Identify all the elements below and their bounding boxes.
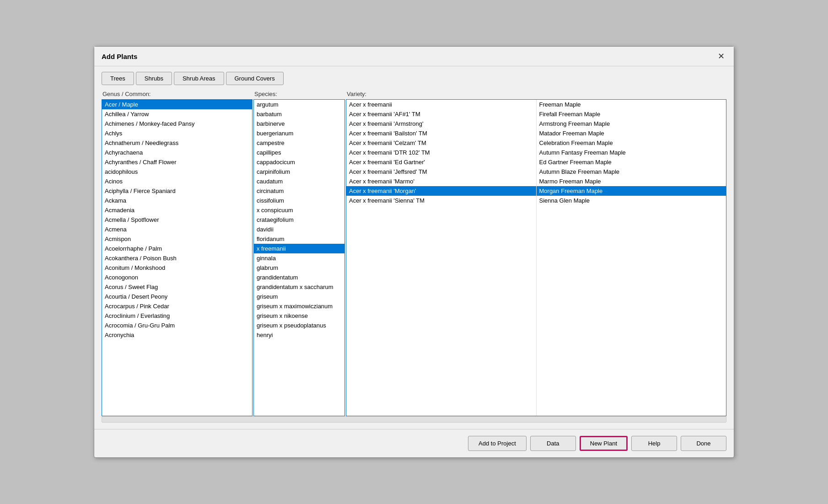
- variety-right-item: Ed Gartner Freeman Maple: [537, 157, 726, 167]
- species-list-item[interactable]: griseum x nikoense: [254, 311, 344, 321]
- variety-right-item: Sienna Glen Maple: [537, 196, 726, 205]
- data-button[interactable]: Data: [530, 436, 576, 451]
- variety-left-col: Acer x freemaniiAcer x freemanii 'AF#1' …: [346, 100, 536, 416]
- genus-list-item[interactable]: Aconitum / Monkshood: [102, 263, 252, 273]
- genus-list-item[interactable]: Acinos: [102, 177, 252, 186]
- variety-right-item: Morgan Freeman Maple: [537, 186, 726, 196]
- species-list-item[interactable]: argutum: [254, 100, 344, 109]
- genus-list-item[interactable]: Aconogonon: [102, 273, 252, 282]
- variety-right-item: Autumn Blaze Freeman Maple: [537, 167, 726, 177]
- new-plant-button[interactable]: New Plant: [580, 436, 628, 451]
- genus-list-item[interactable]: Acourtia / Desert Peony: [102, 292, 252, 301]
- variety-right-item: Armstrong Freeman Maple: [537, 119, 726, 129]
- variety-left-item[interactable]: Acer x freemanii: [346, 100, 536, 109]
- variety-right-item: Matador Freeman Maple: [537, 129, 726, 138]
- genus-list-item[interactable]: acidophilous: [102, 167, 252, 177]
- variety-right-item: Autumn Fantasy Freeman Maple: [537, 148, 726, 157]
- genus-list-item[interactable]: Ackama: [102, 196, 252, 205]
- genus-list-item[interactable]: Acrocarpus / Pink Cedar: [102, 301, 252, 311]
- genus-list-item[interactable]: Achimenes / Monkey-faced Pansy: [102, 119, 252, 129]
- tab-shrub-areas[interactable]: Shrub Areas: [174, 72, 224, 85]
- variety-right-col: Freeman MapleFirefall Freeman MapleArmst…: [536, 100, 726, 416]
- species-list-item[interactable]: henryi: [254, 330, 344, 340]
- genus-header: Genus / Common:: [102, 89, 253, 99]
- species-header: Species:: [253, 89, 345, 99]
- variety-left-item[interactable]: Acer x freemanii 'Armstrong': [346, 119, 536, 129]
- tab-shrubs[interactable]: Shrubs: [136, 72, 172, 85]
- variety-left-item[interactable]: Acer x freemanii 'Sienna' TM: [346, 196, 536, 205]
- variety-left-item[interactable]: Acer x freemanii 'DTR 102' TM: [346, 148, 536, 157]
- species-list-item[interactable]: floridanum: [254, 234, 344, 244]
- tabs-row: TreesShrubsShrub AreasGround Covers: [94, 66, 734, 89]
- species-list-item[interactable]: buergerianum: [254, 129, 344, 138]
- footer: Add to Project Data New Plant Help Done: [94, 429, 734, 457]
- species-list-item[interactable]: x conspicuum: [254, 205, 344, 215]
- columns-area: Genus / Common: Acer / MapleAchillea / Y…: [94, 89, 734, 416]
- variety-left-item[interactable]: Acer x freemanii 'Ed Gartner': [346, 157, 536, 167]
- add-plants-dialog: Add Plants ✕ TreesShrubsShrub AreasGroun…: [94, 46, 734, 458]
- species-list-item[interactable]: davidii: [254, 225, 344, 234]
- variety-listbox[interactable]: Acer x freemaniiAcer x freemanii 'AF#1' …: [346, 99, 726, 416]
- genus-list-item[interactable]: Acmadenia: [102, 205, 252, 215]
- species-list-item[interactable]: barbatum: [254, 109, 344, 119]
- species-list-item[interactable]: caudatum: [254, 177, 344, 186]
- genus-list-item[interactable]: Acoelorrhaphe / Palm: [102, 244, 252, 253]
- variety-right-item: Freeman Maple: [537, 100, 726, 109]
- genus-list-item[interactable]: Achnatherum / Needlegrass: [102, 138, 252, 148]
- genus-list-item[interactable]: Achyranthes / Chaff Flower: [102, 157, 252, 167]
- genus-list-item[interactable]: Acrocomia / Gru-Gru Palm: [102, 321, 252, 330]
- variety-left-item[interactable]: Acer x freemanii 'Jeffsred' TM: [346, 167, 536, 177]
- species-list-item[interactable]: grandidentatum: [254, 273, 344, 282]
- done-button[interactable]: Done: [681, 436, 726, 451]
- species-list-item[interactable]: capillipes: [254, 148, 344, 157]
- genus-list-item[interactable]: Acer / Maple: [102, 100, 252, 109]
- help-button[interactable]: Help: [631, 436, 677, 451]
- variety-left-item[interactable]: Acer x freemanii 'Morgan': [346, 186, 536, 196]
- species-list-item[interactable]: campestre: [254, 138, 344, 148]
- add-to-project-button[interactable]: Add to Project: [468, 436, 527, 451]
- species-list-item[interactable]: cappadocicum: [254, 157, 344, 167]
- species-column: Species: argutumbarbatumbarbinervebuerge…: [253, 89, 345, 416]
- genus-list-item[interactable]: Aciphylla / Fierce Spaniard: [102, 186, 252, 196]
- variety-column: Variety: Acer x freemaniiAcer x freemani…: [346, 89, 726, 416]
- species-list-item[interactable]: crataegifolium: [254, 215, 344, 225]
- genus-list-item[interactable]: Acokanthera / Poison Bush: [102, 253, 252, 263]
- close-button[interactable]: ✕: [716, 51, 726, 61]
- genus-list-item[interactable]: Achyrachaena: [102, 148, 252, 157]
- variety-right-item: Celebration Freeman Maple: [537, 138, 726, 148]
- species-list-item[interactable]: ginnala: [254, 253, 344, 263]
- variety-left-item[interactable]: Acer x freemanii 'Marmo': [346, 177, 536, 186]
- title-bar: Add Plants ✕: [94, 47, 734, 66]
- genus-list-item[interactable]: Acmena: [102, 225, 252, 234]
- species-list-item[interactable]: barbinerve: [254, 119, 344, 129]
- species-list-item[interactable]: cissifolium: [254, 196, 344, 205]
- variety-right-item: Firefall Freeman Maple: [537, 109, 726, 119]
- genus-list-item[interactable]: Acronychia: [102, 330, 252, 340]
- horizontal-scrollbar[interactable]: [102, 416, 726, 423]
- variety-left-item[interactable]: Acer x freemanii 'Bailston' TM: [346, 129, 536, 138]
- species-list-item[interactable]: griseum: [254, 292, 344, 301]
- dialog-title: Add Plants: [102, 53, 137, 60]
- genus-list-item[interactable]: Achlys: [102, 129, 252, 138]
- genus-list-item[interactable]: Acroclinium / Everlasting: [102, 311, 252, 321]
- genus-column: Genus / Common: Acer / MapleAchillea / Y…: [102, 89, 253, 416]
- species-list-item[interactable]: griseum x pseudoplatanus: [254, 321, 344, 330]
- tab-trees[interactable]: Trees: [102, 72, 134, 85]
- species-list-item[interactable]: x freemanii: [254, 244, 344, 253]
- variety-left-item[interactable]: Acer x freemanii 'AF#1' TM: [346, 109, 536, 119]
- species-list-item[interactable]: grandidentatum x saccharum: [254, 282, 344, 292]
- species-listbox[interactable]: argutumbarbatumbarbinervebuergerianumcam…: [253, 99, 345, 416]
- species-list-item[interactable]: griseum x maximowiczianum: [254, 301, 344, 311]
- species-list-item[interactable]: circinatum: [254, 186, 344, 196]
- genus-list-item[interactable]: Achillea / Yarrow: [102, 109, 252, 119]
- variety-header: Variety:: [346, 89, 726, 99]
- genus-list-item[interactable]: Acmella / Spotflower: [102, 215, 252, 225]
- species-list-item[interactable]: carpinifolium: [254, 167, 344, 177]
- variety-left-item[interactable]: Acer x freemanii 'Celzam' TM: [346, 138, 536, 148]
- genus-listbox[interactable]: Acer / MapleAchillea / YarrowAchimenes /…: [102, 99, 253, 416]
- species-list-item[interactable]: glabrum: [254, 263, 344, 273]
- variety-right-item: Marmo Freeman Maple: [537, 177, 726, 186]
- genus-list-item[interactable]: Acmispon: [102, 234, 252, 244]
- genus-list-item[interactable]: Acorus / Sweet Flag: [102, 282, 252, 292]
- tab-ground-covers[interactable]: Ground Covers: [226, 72, 284, 85]
